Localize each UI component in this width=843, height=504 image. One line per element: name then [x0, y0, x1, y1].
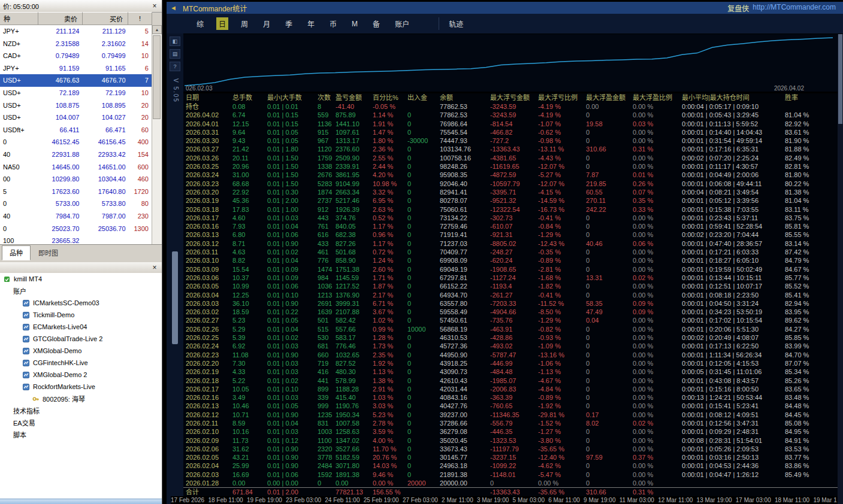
stats-row[interactable]: 2026.03.0510.990.01 | 0.0610361217.521.8… [183, 282, 840, 290]
market-watch-row[interactable]: 0010299.8010304.40460 [0, 173, 152, 186]
stats-row[interactable]: 2026.03.108.820.01 | 0.04776858.901.24 %… [183, 256, 840, 265]
navigator-item[interactable]: kmill MT4 [0, 273, 162, 285]
navigator-item[interactable]: EA交易 [0, 417, 162, 429]
market-watch-row[interactable]: 05733.005733.8080 [0, 198, 152, 210]
toolbar-item[interactable]: 币 [327, 17, 339, 30]
market-watch-row[interactable]: USD+72.18972.19910 [0, 87, 152, 99]
stats-row[interactable]: 2026.02.0543.210.01 | 0.9037785182.5920.… [183, 453, 840, 462]
scrollbar-thumb[interactable] [153, 35, 161, 119]
market-watch-row[interactable]: USD+108.875108.89520 [0, 99, 152, 112]
toolbar-item[interactable]: 备 [370, 17, 382, 30]
panel-toggle-icon[interactable]: ◧ [170, 37, 180, 46]
stats-row[interactable]: 2026.02.0316.690.01 | 0.0615921891.389.4… [183, 470, 840, 479]
stats-row[interactable]: 2026.02.207.300.01 | 0.03719827.521.92 %… [183, 359, 840, 368]
market-watch-row[interactable]: CAD+0.794890.7949910 [0, 50, 152, 62]
column-header[interactable]: 卖价 [38, 12, 83, 25]
market-watch-row[interactable]: 4022931.8822933.42154 [0, 148, 152, 161]
navigator-item[interactable]: ICMarketsSC-Demo03 [0, 297, 162, 309]
stats-row[interactable]: 2026.02.194.330.01 | 0.03416480.301.13 %… [183, 368, 840, 376]
market-watch-row[interactable]: NA5014645.0014651.00600 [0, 161, 152, 174]
navigator-item[interactable]: 脚本 [0, 429, 162, 441]
stats-row[interactable]: 2026.03.0218.590.01 | 0.2216392107.883.6… [183, 308, 840, 316]
stats-row[interactable]: 2026.03.0412.250.01 | 0.1012131376.902.1… [183, 291, 840, 299]
column-header[interactable]: 种 [0, 12, 38, 25]
stats-row[interactable]: 2026.03.0336.100.01 | 0.9026913999.316.7… [183, 299, 840, 308]
toolbar-item[interactable]: 月 [261, 17, 273, 30]
market-watch-row[interactable]: 046152.4546156.45400 [0, 136, 152, 148]
market-watch-row[interactable]: USD+104.007104.02720 [0, 111, 152, 124]
stats-row[interactable]: 2026.02.0631.620.01 | 0.9023203527.6611.… [183, 445, 840, 453]
market-watch-row[interactable]: JPY+91.15991.1656 [0, 62, 152, 75]
market-watch-row[interactable]: 517623.6017640.801720 [0, 186, 152, 198]
toolbar-item[interactable]: 账户 [392, 17, 412, 30]
tab-item[interactable]: 即时图 [31, 245, 66, 260]
stats-row[interactable]: 2026.02.1010.160.01 | 0.0310031258.633.5… [183, 427, 840, 436]
toolbar-item[interactable]: 轨迹 [439, 17, 466, 30]
window-titlebar[interactable]: ◄ MTCommander统计 复盘侠 http://MTCommander.c… [167, 2, 843, 14]
stats-row[interactable]: 合计671.840.01 | 2.0077821.13156.55 %-1336… [183, 487, 840, 496]
stats-row[interactable]: 2026.03.0915.540.01 | 0.0914741751.382.6… [183, 265, 840, 274]
stats-row[interactable]: 2026.03.2022.920.01 | 0.3018742663.343.3… [183, 188, 840, 196]
toolbar-item[interactable]: 年 [305, 17, 317, 30]
market-watch-row[interactable]: NZD+2.315882.3160214 [0, 38, 152, 50]
market-watch-row[interactable]: 025023.7025036.701300 [0, 223, 152, 235]
navigator-item[interactable]: 技术指标 [0, 405, 162, 417]
stats-row[interactable]: 2026.02.0911.730.01 | 0.1211001347.024.0… [183, 436, 840, 445]
stats-row[interactable]: 持仓0.080.01 | 0.018-41.40-0.05 %77862.53-… [183, 102, 840, 111]
window-menu-icon[interactable]: ◄ [170, 4, 177, 11]
toolbar-item[interactable]: 日 [216, 17, 228, 30]
stats-row[interactable]: 2026.02.163.490.01 | 0.03339415.401.03 %… [183, 393, 840, 402]
stats-row[interactable]: 2026.02.1210.710.01 | 0.9012351950.345.2… [183, 411, 840, 419]
navigator-item[interactable]: 账户 [0, 285, 162, 297]
stats-row[interactable]: 2026.02.185.220.01 | 0.02441578.991.38 %… [183, 377, 840, 385]
scroll-up-icon[interactable]: ▲ [152, 25, 162, 34]
market-watch-row[interactable]: 10023665.32 [0, 235, 152, 244]
navigator-item[interactable]: 8002095: 海琴 [0, 393, 162, 405]
stats-row[interactable]: 2026.04.0112.150.01 | 0.1511361441.101.9… [183, 120, 840, 128]
toolbar-item[interactable]: 周 [238, 17, 250, 30]
tool-icon[interactable]: ▤ [170, 49, 180, 59]
navigator-item[interactable]: GTCGlobalTrade-Live 2 [0, 333, 162, 345]
stats-row[interactable]: 2026.03.1817.830.01 | 1.009121926.392.63… [183, 205, 840, 214]
stats-row[interactable]: 2026.02.118.590.01 | 0.048311007.582.78 … [183, 419, 840, 427]
column-header[interactable]: ! [128, 12, 152, 25]
toolbar-item[interactable]: 综 [194, 17, 206, 30]
stats-row[interactable]: 2026.02.255.390.01 | 0.02530583.171.28 %… [183, 333, 840, 342]
navigator-item[interactable]: XMGlobal-Demo [0, 345, 162, 357]
scrollbar-thumb[interactable] [838, 34, 842, 124]
market-watch-row[interactable]: JPY+211.124211.1295 [0, 25, 152, 38]
stats-row[interactable]: 2026.03.2520.960.01 | 1.5013382339.912.4… [183, 162, 840, 171]
stats-row[interactable]: 2026.04.026.740.01 | 0.15559875.891.14 %… [183, 111, 840, 119]
stats-row[interactable]: 2026.02.275.230.01 | 0.05501582.421.02 %… [183, 316, 840, 324]
navigator-item[interactable]: Tickmill-Demo [0, 309, 162, 321]
stats-row[interactable]: 2026.03.174.600.01 | 0.03443374.760.52 %… [183, 214, 840, 222]
stats-row[interactable]: 2026.03.2721.420.01 | 1.8011202376.602.3… [183, 145, 840, 153]
market-watch-scrollbar[interactable]: ▲ [152, 25, 162, 244]
stats-row[interactable]: 2026.03.2368.680.01 | 1.5052839104.9910.… [183, 180, 840, 188]
stats-row[interactable]: 2026.03.319.640.01 | 0.059151097.611.47 … [183, 128, 840, 136]
stats-row[interactable]: 2026.03.309.430.01 | 0.059671313.171.80 … [183, 136, 840, 145]
close-icon[interactable]: × [150, 263, 159, 272]
toolbar-item[interactable]: 季 [283, 17, 295, 30]
stats-row[interactable]: 2026.03.1945.360.01 | 2.0027375217.466.9… [183, 196, 840, 205]
stats-row[interactable]: 2026.03.136.800.01 | 0.06616682.380.96 %… [183, 230, 840, 239]
tab-item[interactable]: 品种 [2, 245, 31, 260]
stats-row[interactable]: 2026.02.1310.460.01 | 0.059991190.763.03… [183, 402, 840, 410]
stats-row[interactable]: 2026.03.2620.110.01 | 1.5017592509.902.5… [183, 154, 840, 162]
navigator-item[interactable]: XMGlobal-Demo 2 [0, 369, 162, 381]
stats-row[interactable]: 2026.02.246.920.01 | 0.03681776.461.73 %… [183, 342, 840, 350]
close-icon[interactable]: × [150, 2, 159, 10]
stats-row[interactable]: 2026.03.0610.370.01 | 0.099841145.591.71… [183, 274, 840, 282]
brand-url-link[interactable]: http://MTCommander.com [753, 3, 836, 13]
stats-row[interactable]: 2026.03.128.710.01 | 0.90433827.261.17 %… [183, 239, 840, 248]
main-scrollbar[interactable] [838, 34, 843, 504]
market-watch-row[interactable]: USD+4676.634676.707 [0, 74, 152, 87]
stats-row[interactable]: 2026.02.2311.080.01 | 0.906601032.652.35… [183, 351, 840, 359]
column-header[interactable]: 买价 [83, 12, 128, 25]
market-watch-row[interactable]: USDft+66.41166.47160 [0, 124, 152, 136]
market-watch-row[interactable]: 407984.707987.00230 [0, 210, 152, 223]
navigator-item[interactable]: RockfortMarkets-Live [0, 381, 162, 393]
stats-row[interactable]: 2026.02.1710.050.01 | 0.108991188.282.91… [183, 385, 840, 393]
stats-row[interactable]: 2026.03.167.930.01 | 0.04761840.051.17 %… [183, 222, 840, 230]
stats-row[interactable]: 2026.03.2431.000.01 | 1.5026763861.954.2… [183, 171, 840, 179]
